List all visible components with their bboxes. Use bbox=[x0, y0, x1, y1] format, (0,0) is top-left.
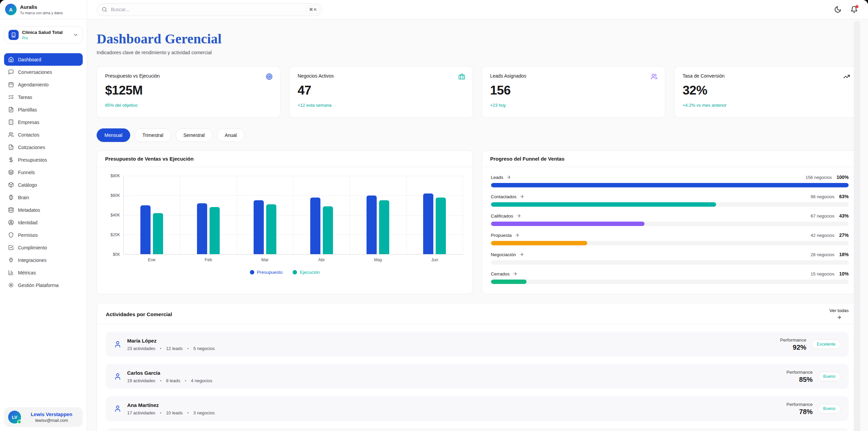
notification-dot bbox=[855, 5, 859, 8]
sidebar-item-label: Metadatos bbox=[18, 207, 40, 213]
performance-label: Performance bbox=[780, 337, 806, 343]
search-bar[interactable]: ⌘ K bbox=[97, 3, 322, 16]
status-badge: Bueno bbox=[818, 372, 841, 381]
stage-label: Propuesta bbox=[491, 233, 512, 238]
page-title: Dashboard Gerencial bbox=[97, 31, 858, 47]
sidebar-item-funnels[interactable]: Funnels bbox=[4, 166, 83, 179]
message-square-icon bbox=[8, 69, 14, 75]
sidebar-item-empresas[interactable]: Empresas bbox=[4, 116, 83, 128]
activity-row[interactable]: Ana Martínez 17 actividades• 10 leads• 3… bbox=[106, 396, 849, 421]
kpi-label: Negocios Activos bbox=[298, 73, 465, 79]
sidebar-item-label: Agendamiento bbox=[18, 82, 48, 87]
kpi-card-conversion: Tasa de Conversión 32% +4.2% vs mes ante… bbox=[674, 66, 858, 118]
sidebar-item-identidad[interactable]: Identidad bbox=[4, 216, 83, 229]
kpi-delta: 85% del objetivo bbox=[105, 103, 272, 108]
sidebar-item-label: Integraciones bbox=[18, 258, 46, 263]
activities-card: Actividades por Comercial Ver todas Marí… bbox=[97, 303, 858, 431]
sidebar-item-agendamiento[interactable]: Agendamiento bbox=[4, 78, 83, 91]
sidebar-item-label: Plantillas bbox=[18, 107, 37, 112]
sidebar-item-gestion-plataforma[interactable]: Gestión Plataforma bbox=[4, 279, 83, 291]
chevron-down-icon bbox=[73, 32, 78, 38]
sidebar-item-catalogo[interactable]: Catálogo bbox=[4, 179, 83, 191]
page-content: Dashboard Gerencial Indicadores clave de… bbox=[87, 19, 868, 431]
workspace-name: Clínica Salud Total bbox=[22, 30, 63, 35]
bar-ejecucion bbox=[379, 200, 389, 254]
progress-track bbox=[491, 202, 849, 207]
sidebar-item-plantillas[interactable]: Plantillas bbox=[4, 103, 83, 116]
view-all-link[interactable]: Ver todas bbox=[829, 308, 849, 320]
progress-track bbox=[491, 260, 849, 265]
salesperson-name: Carlos García bbox=[127, 370, 212, 376]
workspace-selector[interactable]: Clínica Salud Total Pro bbox=[4, 26, 83, 44]
stage-percent: 100% bbox=[836, 175, 849, 180]
funnel-stage-propuesta: Propuesta 42 negocios27% bbox=[491, 232, 849, 245]
home-icon bbox=[8, 57, 14, 62]
salesperson-stats: 17 actividades• 10 leads• 3 negocios bbox=[127, 410, 215, 415]
bar-ejecucion bbox=[210, 207, 220, 254]
stage-label: Leads bbox=[491, 175, 504, 180]
sidebar-item-contactos[interactable]: Contactos bbox=[4, 128, 83, 141]
sidebar-item-label: Métricas bbox=[18, 270, 36, 275]
sidebar-item-cumplimiento[interactable]: Cumplimiento bbox=[4, 241, 83, 254]
user-email: lewisv@mail.com bbox=[24, 418, 79, 423]
stage-count: 15 negocios bbox=[811, 271, 834, 276]
kpi-delta: +23 hoy bbox=[490, 103, 657, 108]
sidebar-item-cotizaciones[interactable]: Cotizaciones bbox=[4, 141, 83, 153]
sidebar-item-permisos[interactable]: Permisos bbox=[4, 229, 83, 241]
kpi-row: Presupuesto vs Ejecución $125M 85% del o… bbox=[97, 66, 858, 118]
sidebar-item-presupuestos[interactable]: Presupuestos bbox=[4, 153, 83, 166]
brand-tagline: Tu marca con alma y datos bbox=[20, 11, 63, 15]
activity-row[interactable]: Pedro Rodríguez Performance R bbox=[106, 428, 849, 431]
sidebar-item-label: Identidad bbox=[18, 220, 38, 225]
sidebar-item-label: Presupuestos bbox=[18, 157, 47, 163]
kpi-delta: +4.2% vs mes anterior bbox=[683, 103, 849, 108]
target-icon bbox=[266, 73, 273, 80]
vertical-scrollbar[interactable] bbox=[854, 21, 860, 431]
bell-icon[interactable] bbox=[850, 6, 858, 13]
sidebar-item-tareas[interactable]: Tareas bbox=[4, 91, 83, 103]
funnel-card: Progreso del Funnel de Ventas Leads 156 … bbox=[482, 150, 858, 294]
activity-row[interactable]: María López 23 actividades• 12 leads• 5 … bbox=[106, 332, 849, 357]
main-area: ⌘ K Dashboard Gerencial Indicadores clav… bbox=[87, 0, 868, 431]
tab-mensual[interactable]: Mensual bbox=[97, 128, 130, 142]
chart-title: Presupuesto de Ventas vs Ejecución bbox=[97, 151, 473, 167]
progress-fill bbox=[491, 241, 588, 245]
brand-header: A Auralis Tu marca con alma y datos bbox=[0, 0, 87, 19]
bar-ejecucion bbox=[323, 206, 333, 254]
salesperson-name: María López bbox=[127, 338, 215, 344]
sidebar-item-metadatos[interactable]: Metadatos bbox=[4, 204, 83, 216]
brand-avatar: A bbox=[5, 4, 17, 15]
legend-ejecucion: Ejecución bbox=[293, 270, 320, 275]
bar-presupuesto bbox=[423, 193, 433, 254]
sidebar-item-dashboard[interactable]: Dashboard bbox=[4, 53, 83, 66]
performance-value: 78% bbox=[787, 408, 813, 416]
tab-semestral[interactable]: Semestral bbox=[176, 128, 213, 142]
kpi-value: 32% bbox=[683, 83, 849, 98]
sidebar-item-metricas[interactable]: Métricas bbox=[4, 266, 83, 279]
arrow-right-icon bbox=[836, 315, 842, 320]
sidebar-item-label: Gestión Plataforma bbox=[18, 283, 59, 288]
kpi-label: Tasa de Conversión bbox=[683, 73, 849, 79]
stage-count: 156 negocios bbox=[806, 175, 832, 180]
bar-ejecucion bbox=[266, 204, 276, 254]
performance-label: Performance bbox=[787, 402, 813, 407]
bar-chart-icon bbox=[8, 270, 14, 275]
plug-icon bbox=[8, 257, 14, 263]
moon-icon[interactable] bbox=[834, 6, 842, 13]
sidebar-item-brain[interactable]: Brain bbox=[4, 191, 83, 204]
stage-count: 67 negocios bbox=[811, 213, 834, 219]
arrow-right-icon bbox=[519, 194, 524, 199]
search-input[interactable] bbox=[110, 6, 303, 13]
tab-anual[interactable]: Anual bbox=[217, 128, 245, 142]
brand-name: Auralis bbox=[20, 4, 63, 10]
stage-percent: 63% bbox=[839, 194, 849, 199]
sidebar-item-conversaciones[interactable]: Conversaciones bbox=[4, 66, 83, 78]
activity-row[interactable]: Carlos García 19 actividades• 8 leads• 4… bbox=[106, 364, 849, 389]
sidebar-nav: Dashboard Conversaciones Agendamiento Ta… bbox=[0, 44, 87, 403]
tab-trimestral[interactable]: Trimestral bbox=[135, 128, 171, 142]
dollar-icon bbox=[8, 157, 14, 163]
sidebar-item-label: Empresas bbox=[18, 120, 39, 125]
stage-percent: 18% bbox=[839, 252, 849, 257]
user-profile[interactable]: LV Lewis Verstappen lewisv@mail.com bbox=[4, 407, 83, 427]
sidebar-item-integraciones[interactable]: Integraciones bbox=[4, 254, 83, 266]
